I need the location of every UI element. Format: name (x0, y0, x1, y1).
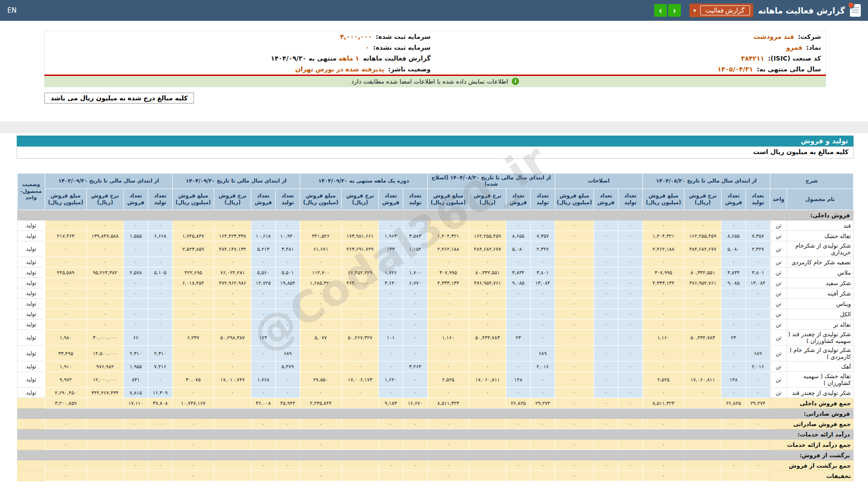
nav-arrow-right-button[interactable]: › (668, 4, 681, 17)
table-cell: ۰ (172, 361, 214, 372)
info-cell: سرمایه ثبت شده: ۴,۰۰۰,۰۰۰ (45, 31, 435, 42)
table-cell: ۸۳۱ (123, 372, 148, 388)
table-cell: ۹۷۶,۹۸۲ (86, 361, 123, 372)
company-name-link[interactable]: قند مرودشت (754, 33, 794, 40)
table-cell: ۴۸۴,۶۸۲,۶۷۷ (684, 241, 721, 257)
table-row: فروش صادراتی: (17, 408, 853, 419)
table-cell (378, 471, 403, 481)
table-cell: ۰ (684, 299, 721, 309)
table-cell: ۰ (721, 319, 745, 330)
table-row: شکر آفینهتن۰۰۰۰۰۰۰۰۰۰۰۰۰۰۰۰۰۰۰۰۰۰۰تولید (17, 288, 853, 299)
table-cell: ۹,۰۸۵ (721, 278, 745, 288)
table-cell: ۰ (594, 388, 618, 398)
signature-match-notice: i اطلاعات نمایش داده شده با اطلاعات امضا… (44, 76, 826, 87)
table-cell: ۰ (427, 440, 469, 450)
unit-cell: تن (770, 278, 787, 288)
dropdown-caret-icon: ▼ (693, 8, 697, 13)
unit-cell: تن (770, 361, 787, 372)
table-cell (469, 471, 506, 481)
table-cell: ۱۲,۰۰۰,۰۰۰ (86, 372, 123, 388)
table-cell: ۱۶۲,۲۵۵,۴۵۹ (684, 231, 721, 241)
section-separator (0, 122, 868, 133)
table-cell: ۵,۱۰۵ (148, 267, 172, 278)
table-cell: ۰ (469, 288, 506, 299)
column-group-header: از ابتدای سال مالی تا تاریخ ۱۴۰۴/۰۸/۳۰ (… (427, 173, 555, 189)
table-cell: ۰ (642, 419, 684, 429)
report-type-dropdown[interactable]: گزارش فعالیت ▼ (689, 4, 753, 17)
table-cell: ۲,۴۶۲,۱۸۸ (642, 241, 684, 257)
table-cell: ۰ (172, 388, 214, 398)
table-cell: ۱۳,۰۸۴ (745, 278, 770, 288)
table-cell: ۰ (618, 257, 642, 267)
table-cell: ۲۱۷,۴۶۳ (45, 231, 86, 241)
table-cell: ۰ (506, 299, 530, 309)
table-cell: ۰ (300, 361, 341, 372)
company-label: شرکت: (798, 33, 821, 40)
table-cell (469, 440, 506, 450)
table-cell: ۰ (642, 221, 684, 231)
table-cell: ۲,۵۲۵ (427, 372, 469, 388)
status-column-header: وضعیت محصول-واحد (17, 173, 45, 210)
table-cell (275, 440, 300, 450)
table-cell: ۰ (300, 471, 341, 481)
table-cell: ۰ (148, 419, 172, 429)
table-cell: ۰ (684, 388, 721, 398)
table-cell: ۰ (745, 221, 770, 231)
table-cell: ۰ (469, 221, 506, 231)
table-cell: ۵,۵۶۰ (251, 267, 275, 278)
total-name-cell: تخفیفات (770, 471, 853, 481)
table-cell: ۶,۰۱۸,۴۵۴ (172, 278, 214, 288)
table-cell: ۳,۴۶۳ (403, 361, 427, 372)
symbol-link[interactable]: قمرو (786, 44, 802, 51)
table-cell: ۹,۱۸۳ (378, 398, 403, 408)
table-cell: ۰ (469, 319, 506, 330)
table-cell: ۱۰,۷۴۷,۱۶۷ (172, 398, 214, 408)
table-cell (86, 460, 123, 471)
table-cell: ۳۰,۰۰۰,۰۰۰ (86, 330, 123, 346)
table-cell: ۳,۸۳۴ (721, 267, 745, 278)
table-cell (214, 419, 251, 429)
total-name-cell: جمع فروش صادراتی (770, 419, 853, 429)
nav-arrow-left-button[interactable]: ‹ (654, 4, 667, 17)
table-cell: ۰ (594, 257, 618, 267)
table-cell: ۰ (618, 330, 642, 346)
table-cell: ۰ (148, 221, 172, 231)
registered-capital-label: سرمایه ثبت شده: (376, 33, 430, 40)
table-cell: ۱,۴۰۴,۳۲۱ (642, 231, 684, 241)
table-cell: ۰ (555, 309, 594, 319)
table-cell (469, 419, 506, 429)
fiscal-year-label: سال مالی منتهی به: (757, 66, 821, 73)
table-cell: ۱,۹۸۰ (45, 330, 86, 346)
table-cell: ۰ (403, 257, 427, 267)
table-cell: ۰ (123, 241, 148, 257)
table-cell: ۰ (403, 419, 427, 429)
table-cell: ۰ (745, 419, 770, 429)
table-cell (341, 419, 378, 429)
table-cell (251, 440, 275, 450)
table-cell: ۰ (469, 388, 506, 398)
en-language-link[interactable]: EN (7, 6, 17, 14)
table-cell (684, 398, 721, 408)
table-cell: ۶۸۹ (275, 346, 300, 361)
table-cell: ۰ (123, 309, 148, 319)
table-cell: ۲۹,۲۷۴ (530, 398, 555, 408)
table-cell: ۰ (530, 388, 555, 398)
table-cell: ۱,۱۶۰ (642, 330, 684, 346)
unregistered-capital-value: ۰ (365, 44, 369, 51)
amounts-note-row: کلیه مبالغ درج شده به میلیون ریال می باش… (44, 93, 826, 103)
table-cell: ۰ (172, 460, 214, 471)
table-row: تفاله ترتن۰۰۰۰۰۰۰۰۰۰۰۰۰۰۰۰۰۰۰۰۰۰۰تولید (17, 319, 853, 330)
table-cell: ۰ (530, 330, 555, 346)
table-cell: ۰ (506, 221, 530, 231)
table-cell: ۰ (721, 346, 745, 361)
table-cell: ۳,۶۴۰ (378, 278, 403, 288)
table-cell: ۰ (721, 288, 745, 299)
table-cell: ۰ (86, 278, 123, 288)
table-cell: ۰ (214, 346, 251, 361)
table-row: تصفیه شکر خام کارمزدیتن۰۰۰۰۰۰۰۰۰۰۰۰۰۰۰۰۰… (17, 257, 853, 267)
column-subheader: تعداد فروش (721, 189, 745, 210)
column-subheader: تعداد فروش (506, 189, 530, 210)
table-cell: ۰ (148, 309, 172, 319)
table-cell: ۰ (251, 419, 275, 429)
table-cell: ۱۶,۶۷۰ (403, 398, 427, 408)
